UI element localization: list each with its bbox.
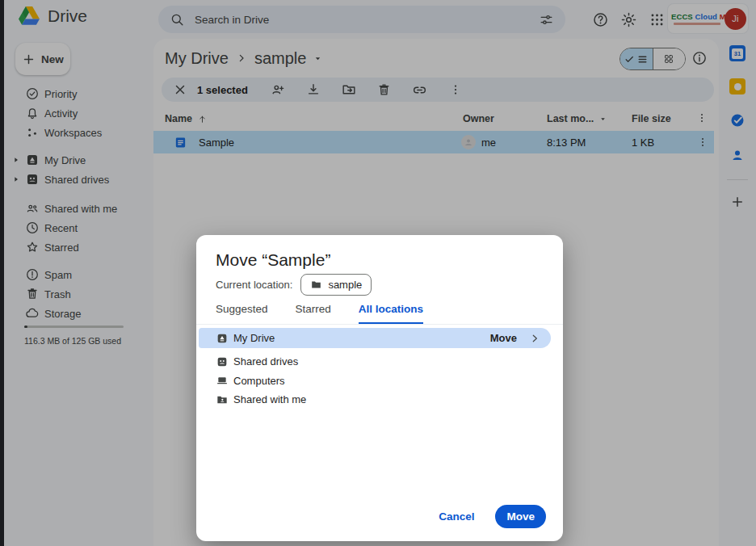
dialog-actions: Cancel Move — [432, 505, 546, 528]
tab-all-locations[interactable]: All locations — [359, 303, 423, 325]
move-button[interactable]: Move — [495, 505, 546, 528]
current-location-name: sample — [328, 279, 362, 291]
tab-starred[interactable]: Starred — [296, 303, 331, 325]
current-location-row: Current location: sample — [216, 274, 372, 295]
location-row-shared-with-me[interactable]: Shared with me — [196, 390, 563, 410]
tabs-divider — [196, 324, 563, 325]
cancel-button[interactable]: Cancel — [432, 506, 481, 527]
row-move-action[interactable]: Move — [490, 332, 517, 344]
shared-with-me-folder-icon — [216, 393, 229, 406]
current-location-chip[interactable]: sample — [300, 274, 372, 296]
current-location-label: Current location: — [216, 279, 292, 291]
location-row-shared-drives[interactable]: Shared drives — [196, 352, 563, 372]
my-drive-icon — [216, 332, 229, 345]
location-list: My Drive Move Shared drives Computers — [196, 328, 563, 410]
location-row-my-drive[interactable]: My Drive Move — [199, 328, 551, 348]
location-row-computers[interactable]: Computers — [196, 372, 563, 391]
move-dialog: Move “Sample” Current location: sample S… — [196, 235, 563, 541]
folder-icon — [310, 279, 322, 291]
dialog-tabs: Suggested Starred All locations — [216, 303, 423, 325]
google-drive-app: Drive Search in Drive — [0, 0, 756, 546]
shared-drives-icon — [216, 355, 229, 368]
tab-suggested[interactable]: Suggested — [216, 303, 268, 325]
dialog-title: Move “Sample” — [216, 250, 330, 270]
computers-icon — [216, 374, 229, 387]
open-folder-chevron-icon[interactable] — [529, 333, 540, 344]
